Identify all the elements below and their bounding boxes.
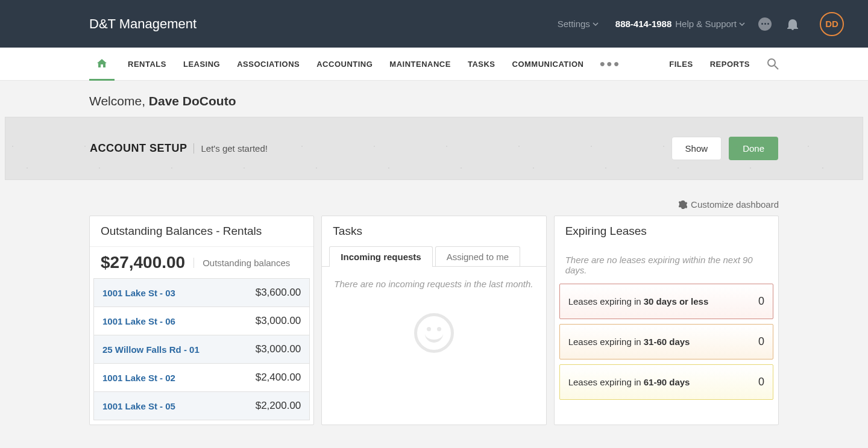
exp-label: Leases expiring in	[568, 377, 644, 387]
tab-assigned-to-me[interactable]: Assigned to me	[435, 246, 520, 267]
expiring-30-days[interactable]: Leases expiring in 30 days or less 0	[559, 284, 773, 319]
svg-line-1	[775, 66, 778, 69]
customize-dashboard-link[interactable]: Customize dashboard	[679, 199, 779, 210]
svg-point-0	[768, 59, 775, 66]
welcome-prefix: Welcome,	[89, 94, 149, 108]
help-label: Help & Support	[675, 19, 737, 29]
exp-count: 0	[758, 376, 764, 388]
smile-icon	[414, 313, 454, 353]
row-amount: $3,000.00	[256, 343, 301, 355]
search-icon[interactable]	[767, 58, 779, 70]
brand-title[interactable]: D&T Management	[89, 16, 197, 32]
tasks-empty-message: There are no incoming requests in the la…	[334, 279, 533, 289]
nav-communication[interactable]: COMMUNICATION	[504, 48, 593, 81]
top-header: D&T Management Settings 888-414-1988 Hel…	[0, 0, 868, 48]
home-icon	[97, 59, 107, 67]
exp-label: Leases expiring in	[568, 296, 644, 306]
nav-tasks[interactable]: TASKS	[459, 48, 504, 81]
gear-icon	[679, 201, 687, 209]
expiring-leases-card: Expiring Leases There are no leases expi…	[554, 216, 779, 425]
outstanding-label: Outstanding balances	[193, 258, 290, 268]
customize-label: Customize dashboard	[691, 199, 779, 210]
exp-range: 61-90 days	[644, 377, 690, 387]
exp-count: 0	[758, 295, 764, 308]
expiring-note: There are no leases expiring within the …	[555, 246, 778, 281]
account-setup-banner: ACCOUNT SETUP Let's get started! Show Do…	[5, 117, 863, 180]
outstanding-row[interactable]: 1001 Lake St - 06$3,000.00	[93, 306, 310, 335]
outstanding-row[interactable]: 1001 Lake St - 05$2,200.00	[93, 391, 310, 420]
welcome-message: Welcome, Dave DoCouto	[0, 81, 868, 117]
bell-icon[interactable]	[785, 16, 800, 32]
chevron-down-icon	[593, 22, 599, 26]
done-button[interactable]: Done	[729, 137, 778, 160]
nav-accounting[interactable]: ACCOUNTING	[308, 48, 381, 81]
card-title: Tasks	[322, 216, 546, 240]
row-amount: $2,200.00	[256, 400, 301, 412]
exp-count: 0	[758, 335, 764, 348]
expiring-31-60-days[interactable]: Leases expiring in 31-60 days 0	[559, 324, 773, 359]
settings-label: Settings	[558, 19, 590, 29]
row-amount: $3,600.00	[256, 287, 301, 299]
support-phone: 888-414-1988	[615, 19, 671, 29]
exp-range: 31-60 days	[644, 337, 690, 347]
nav-more-icon[interactable]: ●●●	[592, 58, 627, 69]
setup-subtitle: Let's get started!	[193, 143, 268, 154]
nav-maintenance[interactable]: MAINTENANCE	[381, 48, 459, 81]
card-title: Expiring Leases	[555, 216, 778, 246]
exp-range: 30 days or less	[644, 296, 709, 306]
nav-home[interactable]	[89, 48, 115, 81]
settings-menu[interactable]: Settings	[558, 19, 599, 29]
nav-rentals[interactable]: RENTALS	[119, 48, 175, 81]
tab-incoming-requests[interactable]: Incoming requests	[329, 246, 432, 267]
outstanding-row[interactable]: 1001 Lake St - 03$3,600.00	[93, 278, 310, 307]
card-title: Outstanding Balances - Rentals	[90, 216, 313, 247]
row-amount: $2,400.00	[256, 372, 301, 384]
outstanding-total: $27,400.00	[101, 253, 185, 272]
row-address: 1001 Lake St - 03	[102, 288, 175, 298]
outstanding-balances-card: Outstanding Balances - Rentals $27,400.0…	[89, 216, 314, 425]
outstanding-list: 1001 Lake St - 03$3,600.00 1001 Lake St …	[90, 278, 313, 425]
nav-files[interactable]: FILES	[669, 48, 693, 81]
welcome-username: Dave DoCouto	[149, 94, 236, 108]
outstanding-row[interactable]: 25 Willow Falls Rd - 01$3,000.00	[93, 335, 310, 364]
nav-leasing[interactable]: LEASING	[175, 48, 228, 81]
row-address: 1001 Lake St - 06	[102, 316, 175, 326]
chevron-down-icon	[739, 22, 745, 26]
avatar-initials: DD	[825, 19, 838, 29]
row-address: 1001 Lake St - 02	[102, 373, 175, 383]
exp-label: Leases expiring in	[568, 337, 644, 347]
user-avatar[interactable]: DD	[820, 12, 844, 36]
outstanding-row[interactable]: 1001 Lake St - 02$2,400.00	[93, 363, 310, 392]
row-amount: $3,000.00	[256, 315, 301, 327]
nav-reports[interactable]: REPORTS	[710, 48, 750, 81]
row-address: 25 Willow Falls Rd - 01	[102, 344, 200, 355]
nav-associations[interactable]: ASSOCIATIONS	[228, 48, 308, 81]
show-button[interactable]: Show	[671, 137, 722, 160]
tasks-card: Tasks Incoming requests Assigned to me T…	[321, 216, 546, 425]
main-nav: RENTALS LEASING ASSOCIATIONS ACCOUNTING …	[0, 48, 868, 81]
setup-title: ACCOUNT SETUP	[90, 142, 187, 155]
help-support-menu[interactable]: 888-414-1988 Help & Support	[615, 19, 745, 29]
row-address: 1001 Lake St - 05	[102, 401, 175, 411]
chat-icon[interactable]	[757, 16, 773, 32]
expiring-61-90-days[interactable]: Leases expiring in 61-90 days 0	[559, 364, 773, 400]
